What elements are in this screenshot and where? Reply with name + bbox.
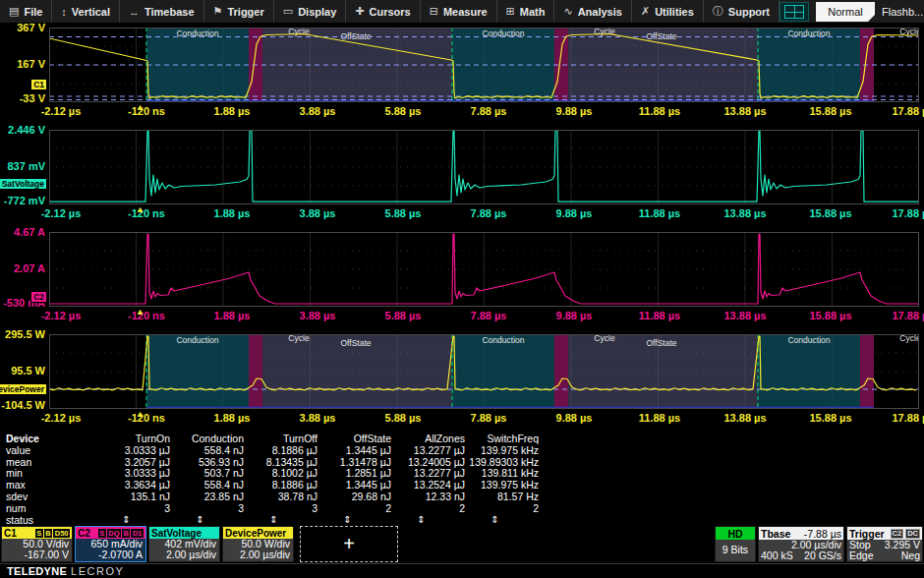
time-axis-label: 15.88 µs [809,412,851,424]
menu-item-measure[interactable]: ⊟Measure [421,0,497,23]
plot-grid-c2[interactable] [49,232,919,307]
column-header-offstate[interactable]: OffState [319,433,393,444]
menu-item-label: Measure [443,6,488,18]
menu-item-cursors[interactable]: ✚Cursors [346,0,420,23]
menu-item-support[interactable]: ⓘSupport [704,0,780,23]
menu-item-math[interactable]: ⊞Math [497,0,555,23]
trigger-marker-icon[interactable]: ▲ [136,409,144,419]
channel-descriptor-satvoltage[interactable]: SatVoltage402 mV/div2.00 µs/div [148,526,220,562]
table-row-sdev: sdev135.1 nJ23.85 nJ38.78 nJ29.68 nJ12.3… [0,491,609,502]
conduction-zone [758,334,860,409]
time-axis-label: 17.88 µs [892,105,924,117]
descriptor-badge: DQ [107,529,121,538]
menu-item-label: Trigger [227,6,263,18]
menu-item-timebase[interactable]: ↔Timebase [120,0,204,23]
table-cell: 13.2277 µJ [393,444,467,456]
time-axis-label: 7.88 µs [471,105,507,117]
table-cell: 503.7 nJ [172,467,246,479]
table-cell: 3.2057 µJ [98,456,172,468]
descriptor-badge: B [44,529,52,538]
trigger-title: Trigger [849,528,885,540]
menu-item-utilities[interactable]: ✗Utilities [632,0,704,23]
updown-arrow-icon[interactable]: ⇕ [393,514,467,525]
utilities-icon: ✗ [641,5,650,18]
brand-sub: LECROY [71,565,124,577]
support-icon: ⓘ [713,4,723,19]
menu-item-label: Timebase [144,6,195,18]
row-label: mean [0,456,98,468]
table-cell: 558.4 nJ [172,479,246,491]
plot-grid-devicepower[interactable]: ConductionCycleOffStateConductionCycleOf… [49,334,919,409]
time-axis-label: -2.12 µs [41,105,82,117]
trigger-marker-icon[interactable]: ▲ [136,102,144,112]
table-cell: 13.2277 µJ [393,467,467,479]
channel-badge-devicepower[interactable]: DevicePower [0,383,47,395]
descriptor-line2: 2.00 µs/div [223,549,293,560]
trigger-marker-icon[interactable]: ▲ [136,204,144,214]
updown-arrow-icon[interactable]: ⇕ [319,514,393,525]
time-axis-label: -2.12 µs [41,412,82,424]
updown-arrow-icon[interactable]: ⇕ [467,514,541,525]
row-label: status [0,514,98,526]
display-mode-dropdown[interactable]: Normal [816,2,875,22]
column-header-turnoff[interactable]: TurnOff [246,433,319,444]
table-cell: 139.89303 kHz [467,456,541,468]
updown-arrow-icon[interactable]: ⇕ [98,514,172,525]
time-axis-label: 11.88 µs [639,207,680,219]
conduction-zone [758,28,860,102]
menu-item-display[interactable]: ▭Display [274,0,347,23]
table-cell: 13.24005 µJ [393,456,467,468]
menu-item-analysis[interactable]: ∿Analysis [554,0,631,23]
hd-bits: 9 Bits [716,540,755,559]
channel-descriptor-c2[interactable]: C2SDQBD1650 mA/div-2.0700 A [75,526,146,562]
y-axis-label: 295.5 W [0,328,45,340]
trigger-box[interactable]: Trigger C2DC Stop 3.295 V Edge Neg [846,526,923,562]
column-header-turnon[interactable]: TurnOn [98,433,172,444]
table-cell: 8.13435 µJ [246,456,319,468]
channel-descriptor-devicepower[interactable]: DevicePower50.0 W/div2.00 µs/div [222,526,294,562]
time-axis-label: -120 ns [128,105,165,117]
timebase-icon: ↔ [129,6,140,18]
channel-badge-c2[interactable]: C2 [30,291,47,303]
table-row-value: value3.0333 µJ558.4 nJ8.1886 µJ1.3445 µJ… [0,444,609,456]
menu-item-label: Utilities [655,6,694,18]
plot-grid-c1[interactable]: ConductionCycleOffStateConductionCycleOf… [49,28,919,102]
flashback-button[interactable]: Flashb... [882,6,923,18]
column-header-allzones[interactable]: AllZones [393,433,467,444]
column-header-conduction[interactable]: Conduction [172,433,246,444]
time-axis-label: 9.88 µs [556,105,593,117]
menu-item-file[interactable]: ▤File [0,0,52,23]
time-axis-label: -2.12 µs [41,207,82,219]
table-cell: 1.3445 µJ [319,444,393,456]
table-cell: 8.1886 µJ [246,444,319,456]
time-axis-label: -120 ns [128,310,165,321]
channel-badge-c1[interactable]: C1 [30,79,47,90]
channel-badge-satvoltage[interactable]: SatVoltage [0,178,47,190]
timebase-box[interactable]: Tbase -7.88 µs 2.00 µs/div 400 kS 20 GS/… [758,526,844,562]
table-cell: 23.85 nJ [172,491,246,502]
grid-layout-button[interactable] [780,2,809,22]
channel-descriptor-c1[interactable]: C1SBD5050.0 V/div-167.00 V [1,526,73,562]
menu-item-vertical[interactable]: ↕Vertical [52,0,120,23]
y-axis-label: 4.67 A [0,226,45,238]
time-axis-label: 3.88 µs [300,412,336,424]
time-axis-label: 9.88 µs [556,207,593,219]
trigger-marker-icon[interactable]: ▲ [136,307,144,317]
hd-mode-box[interactable]: HD 9 Bits [715,526,756,562]
descriptor-badge: B [122,529,130,538]
row-label: sdev [0,491,98,502]
plot-grid-satvoltage[interactable] [49,130,919,204]
column-header-switchfreq[interactable]: SwitchFreq [467,433,541,444]
table-cell: 29.68 nJ [319,491,393,502]
menu-item-trigger[interactable]: ⚑Trigger [204,0,274,23]
time-axis-label: 9.88 µs [556,412,593,424]
updown-arrow-icon[interactable]: ⇕ [246,514,319,525]
trigger-badges: C2DC [889,529,920,539]
analysis-icon: ∿ [563,5,572,18]
trigger-icon: ⚑ [213,5,223,18]
time-axis-label: 1.88 µs [214,207,251,219]
time-axis-label: 11.88 µs [639,105,680,117]
measure-icon: ⊟ [430,5,438,18]
add-trace-button[interactable]: + [300,526,398,562]
updown-arrow-icon[interactable]: ⇕ [172,514,246,525]
